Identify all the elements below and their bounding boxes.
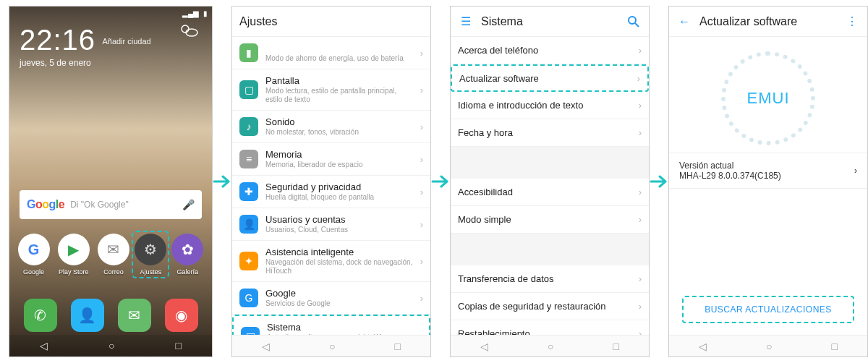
- app-row: GGoogle ▶Play Store ✉Correo ⚙Ajustes ✿Ga…: [9, 234, 212, 276]
- app-mail[interactable]: ✉Correo: [95, 234, 132, 276]
- row-title: Modo simple: [458, 214, 631, 225]
- dock-messages[interactable]: ✉: [116, 299, 153, 332]
- row-icon: ▢: [239, 80, 258, 99]
- row-title: Idioma e introducción de texto: [458, 100, 631, 111]
- settings-row[interactable]: 👤Usuarios y cuentasUsuarios, Cloud, Cuen…: [232, 208, 430, 241]
- signal-icon: ▂▄▆: [182, 9, 199, 17]
- chevron-right-icon: ›: [420, 154, 423, 165]
- header: ☰ Sistema: [451, 7, 649, 37]
- section-gap: [451, 147, 649, 179]
- nav-home-icon[interactable]: ○: [109, 340, 114, 351]
- system-list[interactable]: Acerca del teléfono›Actualizar software›…: [451, 37, 649, 356]
- home-screen: ▂▄▆ ▮ 22:16 Añadir ciudad jueves, 5 de e…: [9, 6, 213, 357]
- step-arrow-icon: [650, 174, 668, 189]
- google-search-bar[interactable]: Google Di "Ok Google": [20, 190, 202, 219]
- nav-recent-icon[interactable]: □: [832, 341, 838, 352]
- add-city-link[interactable]: Añadir ciudad: [102, 37, 150, 46]
- emui-badge: EMUI: [669, 37, 867, 153]
- nav-back-icon[interactable]: ◁: [480, 341, 488, 352]
- chevron-right-icon: ›: [420, 187, 423, 197]
- chevron-right-icon: ›: [420, 48, 423, 59]
- step-arrow-icon: [431, 174, 450, 189]
- search-placeholder: Di "Ok Google": [70, 200, 176, 210]
- weather-icon[interactable]: [179, 22, 199, 40]
- chevron-right-icon: ›: [639, 100, 642, 111]
- row-subtitle: No molestar, tonos, vibración: [265, 128, 413, 137]
- nav-back-icon[interactable]: ◁: [699, 341, 707, 352]
- back-icon[interactable]: ←: [676, 14, 692, 30]
- row-subtitle: Navegación del sistema, dock de navegaci…: [265, 258, 413, 276]
- settings-screen: Ajustes ▮BateríaModo de ahorro de energí…: [231, 6, 431, 357]
- mic-icon[interactable]: [182, 199, 195, 210]
- dock-phone[interactable]: ✆: [22, 299, 59, 332]
- nav-recent-icon[interactable]: □: [176, 340, 182, 351]
- system-row[interactable]: Idioma e introducción de texto›: [451, 92, 649, 119]
- search-icon[interactable]: [626, 14, 642, 30]
- chevron-right-icon: ›: [420, 85, 423, 95]
- row-subtitle: Modo de ahorro de energía, uso de baterí…: [265, 54, 413, 63]
- nav-back-icon[interactable]: ◁: [40, 340, 48, 351]
- version-label: Versión actual: [679, 161, 854, 171]
- nav-bar: ◁ ○ □: [669, 335, 867, 356]
- system-row[interactable]: Accesibilidad›: [451, 179, 649, 206]
- settings-row[interactable]: ≡MemoriaMemoria, liberador de espacio›: [232, 143, 430, 176]
- app-gallery[interactable]: ✿Galería: [169, 234, 206, 276]
- app-playstore[interactable]: ▶Play Store: [55, 234, 93, 276]
- version-row[interactable]: Versión actual MHA-L29 8.0.0.374(C185) ›: [669, 153, 867, 189]
- system-row[interactable]: Fecha y hora›: [451, 119, 649, 147]
- nav-home-icon[interactable]: ○: [548, 341, 553, 352]
- dock-camera[interactable]: ◉: [163, 299, 200, 332]
- row-title: Transferencia de datos: [458, 273, 631, 284]
- chevron-right-icon: ›: [639, 301, 642, 312]
- row-title: Google: [265, 288, 413, 299]
- row-title: Seguridad y privacidad: [265, 182, 413, 192]
- app-settings[interactable]: ⚙Ajustes: [132, 231, 169, 278]
- settings-list[interactable]: ▮BateríaModo de ahorro de energía, uso d…: [232, 37, 430, 356]
- nav-bar: ◁ ○ □: [232, 335, 430, 356]
- settings-row[interactable]: ♪SonidoNo molestar, tonos, vibración›: [232, 111, 430, 143]
- header: ← Actualizar software ⋮: [669, 7, 867, 37]
- row-title: Sonido: [265, 116, 413, 127]
- system-row[interactable]: Modo simple›: [451, 206, 649, 234]
- chevron-right-icon: ›: [639, 214, 642, 225]
- row-title: Pantalla: [265, 75, 413, 86]
- nav-home-icon[interactable]: ○: [329, 341, 335, 352]
- settings-row[interactable]: ▮BateríaModo de ahorro de energía, uso d…: [232, 37, 430, 69]
- step-arrow-icon: [213, 174, 231, 189]
- page-title: Actualizar software: [699, 15, 797, 28]
- chevron-right-icon: ›: [639, 273, 642, 284]
- clock-time: 22:16: [20, 24, 95, 56]
- settings-row[interactable]: ✦Asistencia inteligenteNavegación del si…: [232, 241, 430, 282]
- svg-line-3: [635, 23, 639, 27]
- row-subtitle: Huella digital, bloqueo de pantalla: [265, 193, 413, 202]
- more-icon[interactable]: ⋮: [844, 14, 860, 30]
- chevron-right-icon: ›: [639, 187, 642, 197]
- system-row[interactable]: Actualizar software›: [451, 64, 649, 92]
- dock-contacts[interactable]: 👤: [69, 299, 106, 332]
- chevron-right-icon: ›: [420, 293, 423, 304]
- check-updates-button[interactable]: BUSCAR ACTUALIZACIONES: [682, 296, 854, 323]
- chevron-right-icon: ›: [639, 45, 642, 56]
- emui-logo: EMUI: [721, 51, 815, 145]
- row-icon: ✦: [239, 252, 258, 270]
- menu-icon[interactable]: ☰: [458, 14, 474, 30]
- row-subtitle: Usuarios, Cloud, Cuentas: [265, 226, 413, 234]
- app-google[interactable]: GGoogle: [15, 234, 53, 276]
- settings-row[interactable]: GGoogleServicios de Google›: [232, 282, 430, 315]
- system-row[interactable]: Copias de seguridad y restauración›: [451, 293, 649, 320]
- svg-point-0: [182, 25, 189, 33]
- system-row[interactable]: Acerca del teléfono›: [451, 37, 649, 64]
- clock-date: jueves, 5 de enero: [20, 58, 205, 68]
- nav-back-icon[interactable]: ◁: [262, 341, 270, 352]
- nav-recent-icon[interactable]: □: [613, 341, 619, 352]
- nav-recent-icon[interactable]: □: [395, 341, 401, 352]
- page-title: Ajustes: [239, 15, 277, 28]
- google-logo: Google: [27, 198, 64, 211]
- nav-bar: ◁ ○ □: [9, 335, 212, 356]
- system-row[interactable]: Transferencia de datos›: [451, 265, 649, 293]
- settings-row[interactable]: ▢PantallaModo lectura, estilo de pantall…: [232, 69, 430, 111]
- row-title: Accesibilidad: [458, 187, 631, 197]
- settings-row[interactable]: ✚Seguridad y privacidadHuella digital, b…: [232, 176, 430, 208]
- nav-home-icon[interactable]: ○: [766, 341, 772, 352]
- row-title: Usuarios y cuentas: [265, 214, 413, 225]
